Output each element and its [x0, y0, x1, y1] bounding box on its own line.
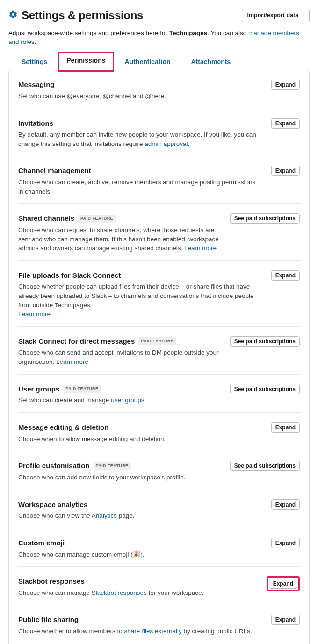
section-shared-channels: Shared channels PAID FEATURE Choose who … [18, 204, 300, 260]
expand-button[interactable]: Expand [269, 579, 297, 589]
desc-text: for your workspace. [147, 589, 204, 596]
section-invitations: Invitations By default, any member can i… [18, 109, 300, 157]
desc-text: Set who can create and manage [18, 397, 111, 404]
desc-text: Choose who can view the [18, 512, 92, 519]
desc-text: Choose who can manage [18, 589, 92, 596]
share-files-link[interactable]: share files externally [124, 628, 182, 635]
permissions-panel: Messaging Set who can use @everyone, @ch… [8, 70, 310, 644]
section-file-uploads: File uploads for Slack Connect Choose wh… [18, 261, 300, 327]
tab-attachments[interactable]: Attachments [188, 53, 234, 70]
page-subtitle: Adjust workspace-wide settings and prefe… [8, 29, 310, 47]
section-desc: Choose who can view the Analytics page. [18, 511, 134, 521]
section-title: Messaging [18, 80, 166, 90]
subtitle-suffix: . You can also [207, 29, 248, 36]
tab-permissions[interactable]: Permissions [58, 52, 114, 72]
highlight-wrapper: Expand [267, 576, 300, 591]
learn-more-link[interactable]: Learn more [184, 245, 217, 252]
paid-feature-badge: PAID FEATURE [63, 385, 101, 393]
see-paid-button[interactable]: See paid subscriptions [230, 213, 300, 224]
section-user-groups: User groups PAID FEATURE Set who can cre… [18, 375, 300, 413]
section-desc: Choose who can manage custom emoji (🎉). [18, 550, 145, 559]
section-title: Slackbot responses [18, 576, 203, 586]
desc-text: Choose whether to allow members to [18, 628, 124, 635]
section-title: Profile customisation [18, 461, 90, 471]
section-desc: Choose who can request to share channels… [18, 225, 225, 253]
section-title: Message editing & deletion [18, 422, 166, 433]
workspace-name: Technipages [169, 29, 208, 36]
section-desc: Set who can create and manage user group… [18, 396, 146, 405]
section-desc: By default, any member can invite new pe… [18, 130, 261, 148]
desc-text: Choose who can send and accept invitatio… [18, 349, 219, 365]
admin-approval-link[interactable]: admin approval [145, 140, 188, 147]
section-title: User groups [18, 384, 59, 394]
analytics-link[interactable]: Analytics [92, 512, 117, 519]
desc-text: page. [117, 512, 135, 519]
section-profile-customisation: Profile customisation PAID FEATURE Choos… [18, 451, 300, 490]
tabs-nav: Settings Permissions Authentication Atta… [8, 53, 310, 70]
section-title: Shared channels [18, 213, 74, 224]
tab-settings[interactable]: Settings [19, 53, 50, 70]
learn-more-link[interactable]: Learn more [18, 311, 51, 318]
section-title: Custom emoji [18, 538, 145, 548]
section-custom-emoji: Custom emoji Choose who can manage custo… [18, 528, 300, 567]
gear-icon [8, 10, 18, 22]
subtitle-prefix: Adjust workspace-wide settings and prefe… [8, 29, 169, 36]
subtitle-period: . [35, 38, 36, 45]
paid-feature-badge: PAID FEATURE [94, 462, 131, 470]
section-desc: Set who can use @everyone, @channel and … [18, 92, 166, 101]
expand-button[interactable]: Expand [271, 118, 300, 129]
section-title: Workspace analytics [18, 499, 134, 510]
section-title: File uploads for Slack Connect [18, 270, 261, 281]
section-title: Channel management [18, 166, 261, 176]
page-title: Settings & permissions [22, 7, 143, 24]
tab-authentication[interactable]: Authentication [122, 53, 173, 70]
section-desc: Choose whether people can upload files f… [18, 282, 261, 318]
expand-button[interactable]: Expand [271, 499, 300, 510]
desc-text: . [144, 397, 146, 404]
user-groups-link[interactable]: user groups [111, 397, 144, 404]
section-desc: Choose whether to allow members to share… [18, 627, 252, 636]
section-public-file-sharing: Public file sharing Choose whether to al… [18, 605, 300, 644]
section-messaging: Messaging Set who can use @everyone, @ch… [18, 70, 300, 109]
desc-text: . [188, 140, 189, 147]
see-paid-button[interactable]: See paid subscriptions [230, 336, 300, 347]
learn-more-link[interactable]: Learn more [56, 358, 88, 365]
desc-text: By default, any member can invite new pe… [18, 131, 256, 147]
expand-button[interactable]: Expand [271, 422, 300, 433]
section-slack-connect-dm: Slack Connect for direct messages PAID F… [18, 327, 300, 375]
section-desc: Choose who can send and accept invitatio… [18, 348, 225, 366]
see-paid-button[interactable]: See paid subscriptions [230, 461, 300, 471]
section-desc: Choose who can create, archive, remove m… [18, 178, 261, 196]
section-desc: Choose who can add new fields to your wo… [18, 473, 186, 482]
slackbot-responses-link[interactable]: Slackbot responses [92, 589, 147, 596]
desc-text: . [90, 302, 92, 309]
paid-feature-badge: PAID FEATURE [78, 215, 116, 223]
section-slackbot-responses: Slackbot responses Choose who can manage… [18, 567, 300, 605]
section-desc: Choose who can manage Slackbot responses… [18, 588, 203, 598]
workspace-name: Technipages [55, 302, 90, 309]
section-title: Slack Connect for direct messages [18, 336, 135, 347]
expand-button[interactable]: Expand [271, 80, 300, 90]
desc-text: Choose whether people can upload files f… [18, 283, 254, 308]
section-message-editing: Message editing & deletion Choose when t… [18, 413, 300, 451]
section-workspace-analytics: Workspace analytics Choose who can view … [18, 490, 300, 528]
import-export-button[interactable]: Import/export data [242, 9, 310, 22]
section-title: Public file sharing [18, 615, 252, 625]
expand-button[interactable]: Expand [271, 615, 300, 625]
see-paid-button[interactable]: See paid subscriptions [230, 384, 300, 394]
expand-button[interactable]: Expand [271, 166, 300, 176]
page-header: Settings & permissions Import/export dat… [8, 7, 310, 24]
expand-button[interactable]: Expand [271, 270, 300, 281]
section-channel-management: Channel management Choose who can create… [18, 156, 300, 204]
section-title: Invitations [18, 118, 261, 129]
expand-button[interactable]: Expand [271, 538, 300, 548]
section-desc: Choose when to allow message editing and… [18, 434, 166, 444]
desc-text: by creating public URLs. [182, 628, 252, 635]
paid-feature-badge: PAID FEATURE [138, 337, 176, 345]
